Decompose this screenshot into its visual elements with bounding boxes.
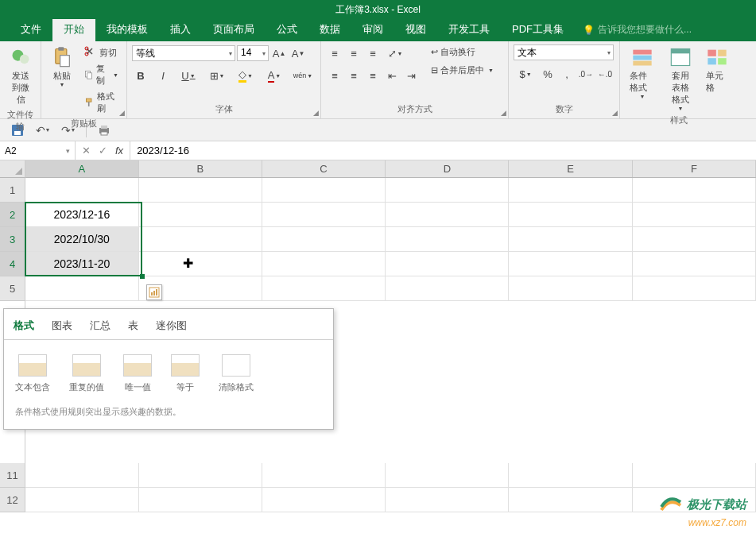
select-all-corner[interactable] xyxy=(0,160,25,178)
comma-button[interactable]: , xyxy=(558,65,576,83)
svg-rect-13 xyxy=(633,61,651,66)
decrease-font-button[interactable]: A▼ xyxy=(289,44,307,62)
copy-button[interactable]: 复制▼ xyxy=(81,61,122,88)
qa-tab-sparklines[interactable]: 迷你图 xyxy=(154,315,188,339)
number-dialog-launcher[interactable]: ◢ xyxy=(612,109,618,117)
col-header-D[interactable]: D xyxy=(386,160,509,177)
fx-button[interactable]: fx xyxy=(115,145,123,156)
align-dialog-launcher[interactable]: ◢ xyxy=(501,109,506,117)
underline-button[interactable]: U▼ xyxy=(176,67,200,84)
tab-developer[interactable]: 开发工具 xyxy=(437,17,501,41)
cancel-formula-button[interactable]: ✕ xyxy=(82,145,91,156)
align-left-button[interactable]: ≡ xyxy=(326,67,343,84)
tell-me-search[interactable]: 💡 告诉我您想要做什么... xyxy=(575,18,700,41)
row-header-2[interactable]: 2 xyxy=(0,203,25,227)
align-center-button[interactable]: ≡ xyxy=(345,67,362,84)
qa-opt-duplicate[interactable]: 重复的值 xyxy=(69,354,104,393)
qa-tab-totals[interactable]: 汇总 xyxy=(88,315,112,339)
qa-opt-clearformat[interactable]: 清除格式 xyxy=(219,354,254,393)
clipboard-dialog-launcher[interactable]: ◢ xyxy=(119,109,125,117)
formula-input[interactable]: 2023/12-16 xyxy=(130,141,756,160)
row-header-12[interactable]: 12 xyxy=(0,488,25,512)
cells-area[interactable]: 2023/12-16 2022/10/30 2023/11-20 xyxy=(25,178,756,301)
name-box[interactable]: A2 xyxy=(0,141,76,160)
bold-button[interactable]: B xyxy=(132,67,149,84)
fill-color-button[interactable]: ◇▼ xyxy=(234,67,258,84)
tab-pagelayout[interactable]: 页面布局 xyxy=(202,17,266,41)
increase-font-button[interactable]: A▲ xyxy=(270,44,288,62)
sheet-grid[interactable]: A B C D E F 1 2 3 4 5 11 12 2023/12-16 2… xyxy=(0,160,756,537)
align-right-button[interactable]: ≡ xyxy=(364,67,382,84)
quick-analysis-button[interactable] xyxy=(146,284,162,300)
cut-button[interactable]: 剪切 xyxy=(81,44,122,60)
col-header-F[interactable]: F xyxy=(633,160,756,177)
tab-view[interactable]: 视图 xyxy=(394,17,437,41)
accounting-format-button[interactable]: $▼ xyxy=(514,65,537,83)
cell-A4[interactable]: 2023/11-20 xyxy=(25,252,139,276)
font-name-select[interactable]: 等线 xyxy=(132,45,235,61)
send-to-wechat-button[interactable]: 发送 到微信 xyxy=(5,44,37,107)
row-header-11[interactable]: 11 xyxy=(0,463,25,488)
svg-rect-27 xyxy=(153,291,155,296)
orientation-button[interactable]: ⤢▼ xyxy=(383,44,407,62)
number-format-select[interactable]: 文本 xyxy=(514,44,614,60)
font-dialog-launcher[interactable]: ◢ xyxy=(313,109,319,117)
qa-options: 文本包含 重复的值 唯一值 等于 清除格式 xyxy=(4,340,333,401)
tab-file[interactable]: 文件 xyxy=(10,17,52,41)
cell-A1[interactable] xyxy=(25,178,139,203)
wrap-text-button[interactable]: ↩自动换行 xyxy=(428,44,497,60)
phonetic-button[interactable]: wén▼ xyxy=(291,67,315,84)
row-header-3[interactable]: 3 xyxy=(0,227,25,252)
table-format-button[interactable]: 套用 表格格式 ▼ xyxy=(663,44,698,113)
percent-button[interactable]: % xyxy=(539,65,556,83)
tab-formulas[interactable]: 公式 xyxy=(266,17,308,41)
qa-opt-unique[interactable]: 唯一值 xyxy=(123,354,152,393)
format-painter-button[interactable]: 格式刷 xyxy=(81,89,122,116)
conditional-format-button[interactable]: 条件格式 ▼ xyxy=(625,44,660,101)
paste-button[interactable]: 粘贴 ▼ xyxy=(46,44,78,89)
col-header-C[interactable]: C xyxy=(262,160,386,177)
font-color-button[interactable]: A▼ xyxy=(262,67,286,84)
svg-rect-17 xyxy=(718,50,727,56)
decrease-decimal-button[interactable]: ←.0 xyxy=(596,65,614,83)
col-header-A[interactable]: A xyxy=(25,160,139,177)
cell-A5[interactable] xyxy=(25,276,139,301)
row-header-4[interactable]: 4 xyxy=(0,252,25,276)
col-header-E[interactable]: E xyxy=(509,160,632,177)
tab-review[interactable]: 审阅 xyxy=(351,17,394,41)
font-size-select[interactable]: 14 xyxy=(237,45,269,61)
col-header-B[interactable]: B xyxy=(139,160,262,177)
scissors-icon xyxy=(84,46,97,59)
accept-formula-button[interactable]: ✓ xyxy=(99,145,107,156)
tab-insert[interactable]: 插入 xyxy=(159,17,202,41)
tab-home[interactable]: 开始 xyxy=(52,17,95,41)
quick-analysis-icon xyxy=(149,287,160,298)
cell-A2[interactable]: 2023/12-16 xyxy=(25,203,139,227)
italic-button[interactable]: I xyxy=(154,67,172,84)
fill-handle[interactable] xyxy=(140,274,145,279)
increase-decimal-button[interactable]: .0→ xyxy=(577,65,595,83)
align-top-button[interactable]: ≡ xyxy=(326,44,343,62)
row-header-5[interactable]: 5 xyxy=(0,276,25,301)
qa-opt-textcontains[interactable]: 文本包含 xyxy=(15,354,50,393)
qa-tab-format[interactable]: 格式 xyxy=(12,315,36,339)
svg-rect-3 xyxy=(58,47,64,51)
increase-indent-button[interactable]: ⇥ xyxy=(402,67,420,84)
qa-opt-equalto[interactable]: 等于 xyxy=(171,354,200,393)
align-bottom-button[interactable]: ≡ xyxy=(364,44,382,62)
decrease-indent-button[interactable]: ⇤ xyxy=(383,67,401,84)
align-middle-button[interactable]: ≡ xyxy=(345,44,362,62)
group-font: 等线 14 A▲ A▼ B I U▼ ⊞▼ ◇▼ A▼ wén▼ 字体 ◢ xyxy=(127,41,321,118)
cell-style-button[interactable]: 单元格 xyxy=(701,44,733,95)
cell-A3[interactable]: 2022/10/30 xyxy=(25,227,139,252)
tab-mytemplates[interactable]: 我的模板 xyxy=(95,17,159,41)
watermark-text2: www.xz7.com xyxy=(688,517,746,528)
quick-analysis-popup: 格式 图表 汇总 表 迷你图 文本包含 重复的值 唯一值 等于 清除格式 条件格… xyxy=(3,308,334,430)
qa-tab-charts[interactable]: 图表 xyxy=(50,315,74,339)
tab-data[interactable]: 数据 xyxy=(308,17,351,41)
tab-pdftools[interactable]: PDF工具集 xyxy=(501,17,575,41)
qa-tab-tables[interactable]: 表 xyxy=(126,315,140,339)
merge-center-button[interactable]: ⊟合并后居中▼ xyxy=(428,63,497,78)
row-header-1[interactable]: 1 xyxy=(0,178,25,203)
border-button[interactable]: ⊞▼ xyxy=(205,67,229,84)
